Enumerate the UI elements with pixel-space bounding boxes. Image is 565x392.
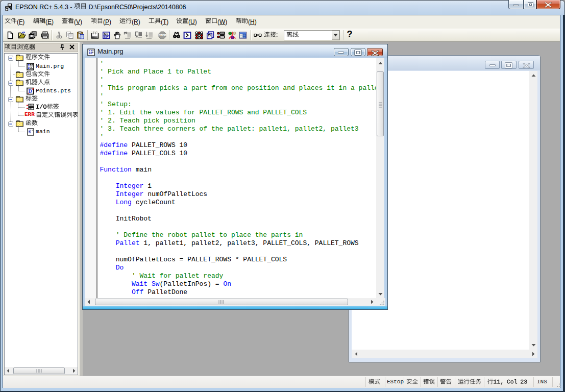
svg-text:STOP: STOP — [158, 34, 166, 37]
